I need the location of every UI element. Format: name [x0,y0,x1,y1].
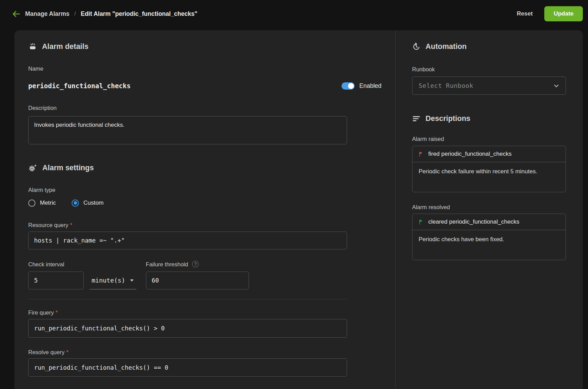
alarm-details-title: Alarm details [42,42,88,51]
resource-query-input[interactable] [28,232,347,249]
alarm-resolved-body: Periodic checks have been fixed. [412,230,566,260]
radio-metric-label: Metric [40,199,56,206]
breadcrumb-separator: / [74,10,76,17]
enabled-toggle[interactable] [342,82,355,90]
back-arrow-icon[interactable] [12,9,21,19]
check-interval-group: Check interval [28,261,84,289]
name-label: Name [28,65,381,72]
alarm-resolved-body-text: Periodic checks have been fixed. [419,235,547,244]
interval-threshold-row: Check interval minute(s) Failure thresho… [28,261,381,289]
descriptions-title: Descriptions [426,114,470,123]
failure-threshold-input[interactable] [146,272,249,289]
description-textarea[interactable]: Invokes periodic functional checks. [28,116,347,144]
description-label: Description [28,104,381,111]
alarm-settings-title: Alarm settings [42,164,94,172]
runbook-select[interactable]: Select Runbook [412,76,566,95]
automation-title: Automation [426,42,466,51]
alarm-form-column: Alarm details Name periodic_functional_c… [14,30,395,389]
enabled-toggle-group: Enabled [342,82,381,90]
edit-alarm-panel: Alarm details Name periodic_functional_c… [14,30,583,389]
radio-option-custom[interactable]: Custom [72,199,104,207]
interval-unit-value: minute(s) [92,277,125,284]
fire-query-label: Fire query* [28,309,381,316]
alarm-resolved-card: cleared periodic_functional_checks Perio… [412,214,566,260]
name-row: periodic_functional_checks Enabled [28,81,381,91]
green-flag-icon [418,219,424,225]
page-title: Edit Alarm "periodic_functional_checks" [81,10,197,18]
chevron-down-icon [553,83,559,89]
resolve-query-label-text: Resolve query [28,349,64,355]
radio-option-metric[interactable]: Metric [28,199,56,207]
alarm-resolved-card-header: cleared periodic_functional_checks [412,214,566,230]
runbook-label: Runbook [412,66,566,72]
alarm-raised-body: Periodic check failure within recent 5 m… [412,162,566,192]
red-flag-icon [418,151,424,157]
update-button[interactable]: Update [544,6,583,21]
alarm-resolved-label: Alarm resolved [412,204,566,211]
alarm-raised-card: fired periodic_functional_checks Periodi… [412,146,566,192]
enabled-label: Enabled [359,82,381,90]
automation-heading: Automation [412,42,566,51]
alarm-details-heading: Alarm details [28,42,381,51]
failure-threshold-label: Failure threshold [146,261,188,267]
failure-threshold-label-row: Failure threshold ? [146,261,249,267]
topbar-actions: Reset Update [511,6,583,21]
resource-query-label-text: Resource query [28,222,68,228]
runbook-placeholder: Select Runbook [419,82,473,89]
help-icon[interactable]: ? [192,261,199,267]
reset-button[interactable]: Reset [511,7,539,21]
history-clock-icon [412,42,421,51]
check-interval-input[interactable] [28,272,84,289]
alarm-resolved-title: cleared periodic_functional_checks [428,218,519,225]
required-asterisk: * [66,349,68,355]
text-lines-icon [412,114,421,123]
toggle-knob [348,83,354,89]
radio-metric-circle[interactable] [28,199,35,207]
required-asterisk: * [55,309,57,316]
descriptions-heading: Descriptions [412,114,566,123]
breadcrumb: Manage Alarms / Edit Alarm "periodic_fun… [12,9,197,19]
alarm-raised-title: fired periodic_functional_checks [428,151,512,157]
alarm-name-value: periodic_functional_checks [28,82,130,90]
alert-tray-icon [28,42,37,51]
breadcrumb-manage-alarms[interactable]: Manage Alarms [25,10,70,18]
check-interval-label: Check interval [28,261,84,267]
alarm-settings-heading: Alarm settings [28,163,381,173]
required-asterisk: * [70,222,72,228]
caret-down-icon [130,279,134,281]
radio-custom-label: Custom [83,199,104,206]
resolve-query-label: Resolve query* [28,349,381,356]
resource-query-label: Resource query* [28,222,381,228]
alarm-raised-card-header: fired periodic_functional_checks [412,146,566,162]
failure-threshold-group: Failure threshold ? [146,261,249,289]
topbar: Manage Alarms / Edit Alarm "periodic_fun… [0,0,588,28]
alarm-type-radio-group: Metric Custom [28,199,381,207]
alarm-raised-body-text: Periodic check failure within recent 5 m… [419,167,547,176]
interval-unit-select[interactable]: minute(s) [90,272,136,289]
fire-query-label-text: Fire query [28,309,54,316]
gear-sparkle-icon [28,163,38,173]
section-divider [28,299,347,299]
fire-query-input[interactable] [28,319,347,338]
alarm-raised-label: Alarm raised [412,135,566,142]
radio-custom-circle[interactable] [72,199,79,207]
resolve-query-input[interactable] [28,358,347,377]
alarm-type-label: Alarm type [28,186,381,193]
automation-column: Automation Runbook Select Runbook Descri… [395,30,583,389]
